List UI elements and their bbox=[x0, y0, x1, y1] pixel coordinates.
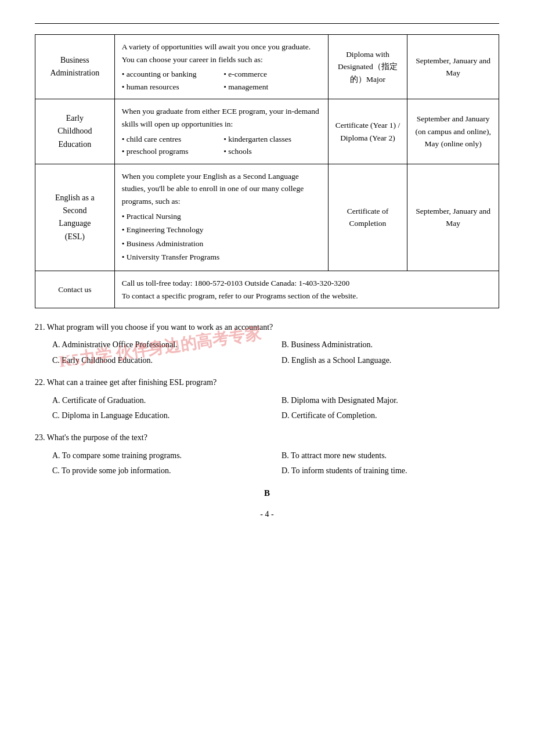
table-row: Contact us Call us toll-free today: 1800… bbox=[35, 271, 499, 308]
table-row: EarlyChildhoodEducation When you graduat… bbox=[35, 99, 499, 164]
description-intro: When you graduate from either ECE progra… bbox=[122, 107, 319, 128]
bullet-item: • Practical Nursing bbox=[122, 210, 321, 223]
program-name: English as aSecondLanguage(ESL) bbox=[35, 164, 115, 271]
program-name: EarlyChildhoodEducation bbox=[35, 99, 115, 164]
option-d: D. Certificate of Completion. bbox=[282, 409, 499, 422]
intake: September, January and May bbox=[407, 35, 499, 99]
question-text: 23. What's the purpose of the text? bbox=[35, 431, 499, 444]
section-label: B bbox=[35, 488, 499, 498]
program-name: BusinessAdministration bbox=[35, 35, 115, 99]
option-a: A. Certificate of Graduation. bbox=[52, 394, 270, 407]
program-description: A variety of opportunities will await yo… bbox=[114, 35, 328, 99]
questions-section: 21. What program will you choose if you … bbox=[35, 321, 499, 478]
contact-info: Call us toll-free today: 1800-572-0103 O… bbox=[114, 271, 499, 308]
option-d: D. To inform students of training time. bbox=[282, 465, 499, 477]
option-c: C. Diploma in Language Education. bbox=[52, 409, 270, 422]
contact-line: Call us toll-free today: 1800-572-0103 O… bbox=[122, 277, 492, 290]
contact-line: To contact a specific program, refer to … bbox=[122, 290, 492, 303]
top-divider bbox=[35, 23, 499, 24]
bullet-item: • kindergarten classes bbox=[223, 133, 320, 146]
intake: September and January (on campus and onl… bbox=[407, 99, 499, 164]
bullet-item: • management bbox=[223, 81, 320, 93]
option-b: B. Business Administration. bbox=[282, 339, 499, 351]
bullet-item: • Engineering Technology bbox=[122, 224, 321, 236]
bullet-item: • e-commerce bbox=[223, 68, 320, 81]
option-a: A. Administrative Office Professional. bbox=[52, 339, 270, 351]
table-row: English as aSecondLanguage(ESL) When you… bbox=[35, 164, 499, 271]
question-block: 22. What can a trainee get after finishi… bbox=[35, 376, 499, 422]
question-text: 21. What program will you choose if you … bbox=[35, 321, 499, 334]
question-text: 22. What can a trainee get after finishi… bbox=[35, 376, 499, 389]
bullet-item: • human resources bbox=[122, 81, 219, 93]
option-d: D. English as a School Language. bbox=[282, 354, 499, 367]
bullet-item: • schools bbox=[223, 145, 320, 158]
program-description: When you graduate from either ECE progra… bbox=[114, 99, 328, 164]
question-block: 21. What program will you choose if you … bbox=[35, 321, 499, 367]
credential: Certificate of Completion bbox=[328, 164, 407, 271]
credential: Certificate (Year 1) / Diploma (Year 2) bbox=[328, 99, 407, 164]
page-number: - 4 - bbox=[35, 510, 499, 519]
description-intro: When you complete your English as a Seco… bbox=[122, 172, 304, 206]
bullet-item: • Business Administration bbox=[122, 237, 321, 250]
options-grid: A. To compare some training programs. B.… bbox=[35, 449, 499, 478]
program-name: Contact us bbox=[35, 271, 115, 308]
program-description: When you complete your English as a Seco… bbox=[114, 164, 328, 271]
main-table: BusinessAdministration A variety of oppo… bbox=[35, 34, 499, 308]
bullet-item: • University Transfer Programs bbox=[122, 251, 321, 264]
table-row: BusinessAdministration A variety of oppo… bbox=[35, 35, 499, 99]
credential: Diploma with Designated（指定的）Major bbox=[328, 35, 407, 99]
option-c: C. To provide some job information. bbox=[52, 465, 270, 477]
option-a: A. To compare some training programs. bbox=[52, 449, 270, 462]
option-b: B. Diploma with Designated Major. bbox=[282, 394, 499, 407]
options-grid: A. Administrative Office Professional. B… bbox=[35, 339, 499, 367]
bullet-item: • child care centres bbox=[122, 133, 219, 146]
option-c: C. Early Childhood Education. bbox=[52, 354, 270, 367]
bullet-item: • accounting or banking bbox=[122, 68, 219, 81]
question-block: 23. What's the purpose of the text? A. T… bbox=[35, 431, 499, 477]
bullet-item: • preschool programs bbox=[122, 145, 219, 158]
option-b: B. To attract more new students. bbox=[282, 449, 499, 462]
intake: September, January and May bbox=[407, 164, 499, 271]
options-grid: A. Certificate of Graduation. B. Diploma… bbox=[35, 394, 499, 423]
description-intro: A variety of opportunities will await yo… bbox=[122, 42, 311, 64]
